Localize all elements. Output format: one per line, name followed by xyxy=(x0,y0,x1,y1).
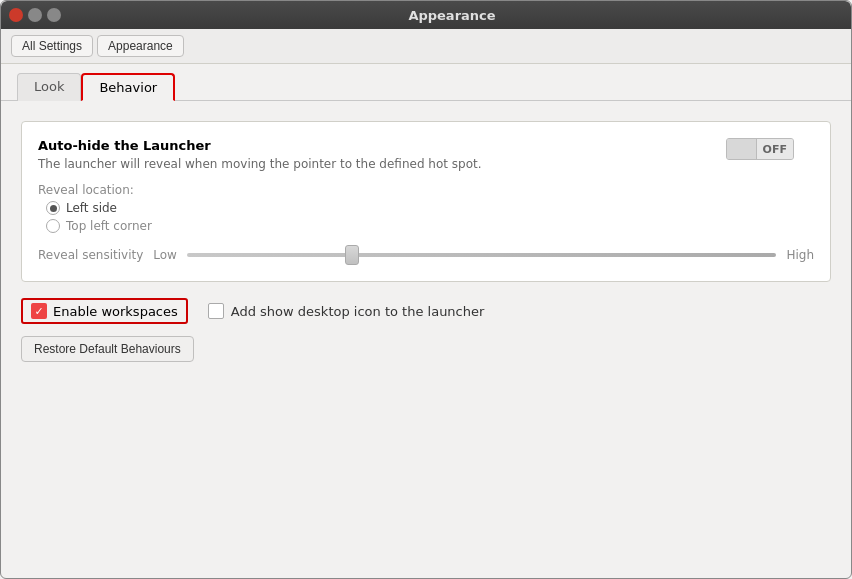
content-area: Look Behavior OFF Auto-hide the Launcher… xyxy=(1,64,851,578)
autohide-title: Auto-hide the Launcher xyxy=(38,138,814,153)
window-title: Appearance xyxy=(61,8,843,23)
radio-top-left-label: Top left corner xyxy=(66,219,152,233)
maximize-button[interactable] xyxy=(47,8,61,22)
checkboxes-row: ✓ Enable workspaces Add show desktop ico… xyxy=(21,298,831,324)
checkmark-icon: ✓ xyxy=(34,306,43,317)
add-desktop-label: Add show desktop icon to the launcher xyxy=(231,304,485,319)
sensitivity-high-label: High xyxy=(786,248,814,262)
titlebar: Appearance xyxy=(1,1,851,29)
radio-top-left[interactable]: Top left corner xyxy=(46,219,814,233)
sensitivity-slider-container xyxy=(187,245,776,265)
window: Appearance All Settings Appearance Look … xyxy=(0,0,852,579)
enable-workspaces-label: Enable workspaces xyxy=(53,304,178,319)
titlebar-buttons xyxy=(9,8,61,22)
radio-group: Left side Top left corner xyxy=(46,201,814,233)
autohide-toggle-container: OFF xyxy=(726,138,794,163)
tab-bar: Look Behavior xyxy=(1,64,851,101)
sensitivity-slider-track xyxy=(187,253,776,257)
autohide-section: OFF Auto-hide the Launcher The launcher … xyxy=(21,121,831,282)
close-button[interactable] xyxy=(9,8,23,22)
radio-left-label: Left side xyxy=(66,201,117,215)
autohide-toggle[interactable]: OFF xyxy=(726,138,794,160)
restore-defaults-button[interactable]: Restore Default Behaviours xyxy=(21,336,194,362)
all-settings-button[interactable]: All Settings xyxy=(11,35,93,57)
tab-content-behavior: OFF Auto-hide the Launcher The launcher … xyxy=(1,101,851,578)
autohide-desc: The launcher will reveal when moving the… xyxy=(38,157,814,171)
add-desktop-item: Add show desktop icon to the launcher xyxy=(208,303,485,319)
enable-workspaces-wrapper: ✓ Enable workspaces xyxy=(21,298,188,324)
appearance-breadcrumb-button[interactable]: Appearance xyxy=(97,35,184,57)
tab-look[interactable]: Look xyxy=(17,73,81,101)
radio-circle-left xyxy=(46,201,60,215)
radio-left-side[interactable]: Left side xyxy=(46,201,814,215)
sensitivity-slider-thumb[interactable] xyxy=(345,245,359,265)
radio-circle-top-left xyxy=(46,219,60,233)
sensitivity-row: Reveal sensitivity Low High xyxy=(38,245,814,265)
sensitivity-label: Reveal sensitivity xyxy=(38,248,143,262)
toggle-label: OFF xyxy=(757,139,793,159)
tab-behavior[interactable]: Behavior xyxy=(81,73,175,101)
breadcrumb: All Settings Appearance xyxy=(1,29,851,64)
sensitivity-low-label: Low xyxy=(153,248,177,262)
toggle-track xyxy=(727,138,757,160)
reveal-location-label: Reveal location: xyxy=(38,183,814,197)
enable-workspaces-checkbox[interactable]: ✓ xyxy=(31,303,47,319)
add-desktop-checkbox[interactable] xyxy=(208,303,224,319)
minimize-button[interactable] xyxy=(28,8,42,22)
